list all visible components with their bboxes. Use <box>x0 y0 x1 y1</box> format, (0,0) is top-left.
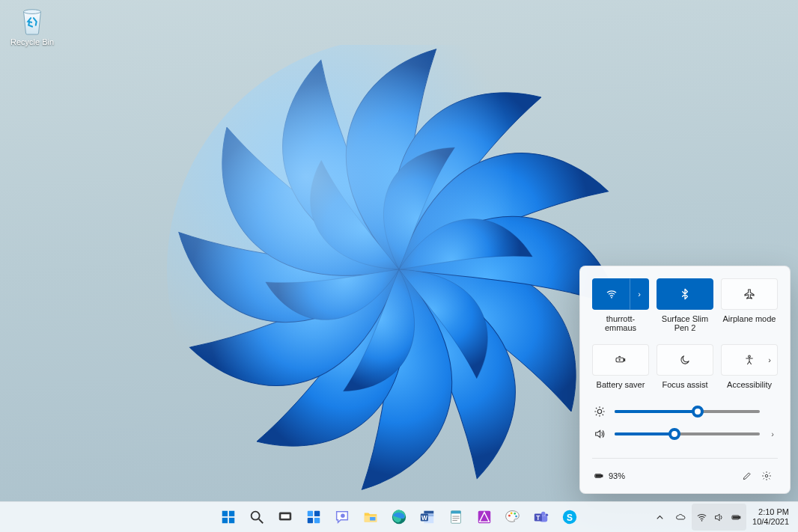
notepad-button[interactable] <box>442 504 469 531</box>
search-button[interactable] <box>243 504 270 531</box>
onedrive-tray[interactable] <box>671 504 690 531</box>
word-icon: W <box>419 509 436 525</box>
wifi-tray-icon <box>696 512 707 523</box>
recycle-bin-label: Recycle Bin <box>10 37 54 46</box>
svg-point-5 <box>749 355 751 358</box>
recycle-bin[interactable]: Recycle Bin <box>6 4 58 46</box>
battery-percentage: 93% <box>609 471 625 480</box>
qs-wifi-label: thurrott-emmaus <box>592 314 649 332</box>
windows-start-icon <box>220 509 237 525</box>
notepad-icon <box>448 509 464 525</box>
onedrive-icon <box>675 512 686 523</box>
quick-settings-footer: 93% <box>592 458 778 493</box>
svg-point-2 <box>611 297 612 299</box>
chat-button[interactable] <box>329 504 356 531</box>
clock-date: 10/4/2021 <box>752 517 789 527</box>
svg-point-0 <box>167 45 631 501</box>
start-button[interactable] <box>215 504 242 531</box>
skype-button[interactable]: S <box>556 504 583 531</box>
search-icon <box>249 509 265 525</box>
svg-rect-27 <box>424 511 433 514</box>
svg-point-1 <box>24 10 41 14</box>
qs-battery-saver-label: Battery saver <box>597 380 645 389</box>
svg-rect-17 <box>281 513 290 519</box>
svg-point-15 <box>252 512 260 520</box>
svg-point-45 <box>701 520 703 522</box>
qs-accessibility-toggle[interactable]: › <box>721 344 778 376</box>
qs-airplane-toggle[interactable] <box>721 278 778 310</box>
svg-rect-4 <box>624 359 624 361</box>
gear-icon <box>761 471 772 481</box>
widgets-button[interactable] <box>300 504 327 531</box>
svg-point-34 <box>508 515 511 517</box>
qs-wifi-toggle[interactable] <box>592 278 630 310</box>
svg-point-6 <box>597 409 601 413</box>
paint-button[interactable] <box>499 504 526 531</box>
quick-settings-panel: › thurrott-emmaus Surface Slim Pen 2 Air… <box>579 266 791 494</box>
file-explorer-button[interactable] <box>357 504 384 531</box>
chevron-up-icon <box>654 512 665 523</box>
brightness-slider[interactable] <box>615 410 760 413</box>
svg-rect-24 <box>370 517 375 521</box>
svg-rect-47 <box>733 516 739 519</box>
taskbar: W T <box>0 501 798 532</box>
taskbar-right: 2:10 PM 10/4/2021 <box>650 502 798 532</box>
edge-icon <box>391 509 407 525</box>
task-view-button[interactable] <box>272 504 299 531</box>
skype-icon: S <box>561 509 578 525</box>
svg-point-22 <box>341 513 345 518</box>
svg-text:S: S <box>567 513 573 523</box>
svg-rect-14 <box>229 518 234 523</box>
qs-airplane-label: Airplane mode <box>723 314 776 323</box>
svg-point-37 <box>515 516 517 518</box>
svg-rect-9 <box>602 475 603 477</box>
battery-tray-icon <box>731 512 742 523</box>
paint-icon <box>505 509 521 525</box>
teams-button[interactable]: T <box>528 504 555 531</box>
quick-settings-sliders: › <box>592 406 778 458</box>
svg-rect-48 <box>740 516 740 519</box>
edit-quick-settings-button[interactable] <box>737 466 757 486</box>
qs-wifi-expand[interactable]: › <box>630 278 649 310</box>
svg-rect-32 <box>451 511 461 514</box>
affinity-button[interactable] <box>471 504 498 531</box>
volume-icon <box>594 428 606 440</box>
qs-focus-assist-label: Focus assist <box>662 380 707 389</box>
qs-wifi-tile: › <box>592 278 649 310</box>
network-volume-battery-tray[interactable] <box>692 504 746 531</box>
word-button[interactable]: W <box>414 504 441 531</box>
file-explorer-icon <box>362 509 379 525</box>
battery-saver-icon <box>615 354 627 366</box>
recycle-bin-icon <box>18 4 46 36</box>
focus-assist-icon <box>679 354 691 366</box>
clock-time: 2:10 PM <box>752 507 789 517</box>
pencil-icon <box>742 471 752 481</box>
affinity-icon <box>476 509 493 525</box>
svg-rect-8 <box>596 475 601 477</box>
widgets-icon <box>305 509 322 525</box>
tray-overflow-button[interactable] <box>650 504 669 531</box>
edge-button[interactable] <box>386 504 412 531</box>
qs-bluetooth-toggle[interactable] <box>657 278 713 310</box>
svg-rect-18 <box>308 511 313 516</box>
svg-text:W: W <box>421 515 427 522</box>
qs-accessibility-label: Accessibility <box>727 380 772 389</box>
qs-battery-saver-toggle[interactable] <box>592 344 649 376</box>
svg-rect-11 <box>222 511 228 516</box>
volume-slider[interactable] <box>615 432 760 435</box>
svg-rect-12 <box>229 511 234 516</box>
svg-rect-21 <box>314 518 320 523</box>
qs-focus-assist-toggle[interactable] <box>657 344 713 376</box>
brightness-icon <box>594 406 606 418</box>
chat-icon <box>334 509 350 525</box>
teams-icon: T <box>533 509 549 525</box>
volume-expand[interactable]: › <box>769 429 776 438</box>
wifi-icon <box>606 288 618 300</box>
svg-point-10 <box>765 474 768 477</box>
taskbar-center: W T <box>215 502 583 532</box>
settings-button[interactable] <box>757 466 776 486</box>
taskbar-clock[interactable]: 2:10 PM 10/4/2021 <box>748 507 794 527</box>
svg-rect-19 <box>314 511 320 516</box>
svg-rect-13 <box>222 518 228 523</box>
airplane-icon <box>743 288 755 300</box>
